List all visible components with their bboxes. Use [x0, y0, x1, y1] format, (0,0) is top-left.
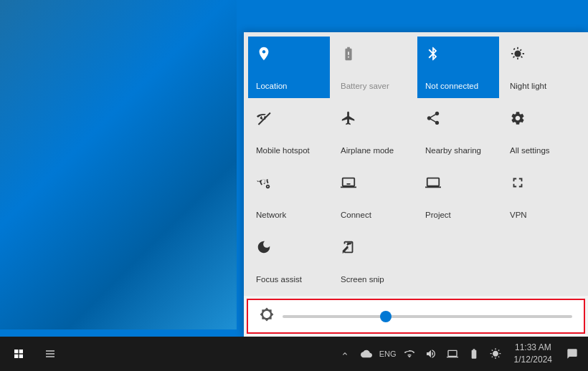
taskview-button[interactable] — [36, 339, 65, 368]
airplane-mode-label: Airplane mode — [341, 146, 394, 156]
tile-battery-saver[interactable]: Battery saver — [333, 37, 414, 98]
tray-volume[interactable] — [421, 339, 441, 368]
brightness-slider-container — [283, 309, 572, 324]
tray-chevron[interactable] — [335, 339, 355, 368]
tray-battery-status[interactable] — [464, 339, 484, 368]
tile-empty-1 — [417, 230, 499, 292]
mobile-hotspot-label: Mobile hotspot — [256, 146, 310, 156]
tray-onedrive[interactable] — [356, 339, 376, 368]
tile-night-light[interactable]: Night light — [502, 37, 584, 98]
tile-focus-assist[interactable]: Focus assist — [248, 230, 330, 292]
svg-rect-1 — [346, 183, 351, 185]
tile-network[interactable]: Network — [248, 165, 330, 227]
not-connected-label: Not connected — [425, 82, 478, 92]
network-label: Network — [256, 211, 286, 221]
brightness-section — [247, 299, 585, 334]
nearby-sharing-label: Nearby sharing — [425, 146, 481, 156]
all-settings-label: All settings — [510, 146, 550, 156]
all-settings-icon — [510, 110, 526, 130]
network-icon — [256, 175, 272, 194]
tile-not-connected[interactable]: Not connected — [417, 37, 499, 98]
clock-date: 1/12/2024 — [514, 354, 552, 366]
focus-assist-label: Focus assist — [256, 275, 302, 285]
brightness-slider[interactable] — [283, 315, 572, 318]
screen-snip-icon — [341, 239, 356, 259]
vpn-icon — [510, 175, 526, 194]
project-label: Project — [425, 211, 451, 221]
battery-saver-label: Battery saver — [341, 82, 389, 92]
tile-airplane-mode[interactable]: Airplane mode — [333, 101, 414, 163]
brightness-icon — [260, 307, 274, 325]
tile-empty-2 — [502, 230, 584, 292]
svg-point-0 — [514, 50, 521, 57]
taskbar: ENG 11:33 AM 1/12/2024 — [0, 337, 588, 371]
airplane-mode-icon — [341, 110, 356, 130]
connect-icon — [341, 175, 356, 194]
tray-display[interactable] — [442, 339, 463, 368]
location-icon — [256, 46, 272, 65]
tile-connect[interactable]: Connect — [333, 165, 414, 227]
night-light-icon — [510, 46, 526, 65]
quick-actions-grid: Location Battery saver Not connected Nig… — [244, 32, 588, 296]
mobile-hotspot-icon — [256, 110, 272, 130]
system-clock[interactable]: 11:33 AM 1/12/2024 — [508, 339, 558, 368]
project-icon — [425, 175, 441, 194]
night-light-label: Night light — [510, 82, 546, 92]
focus-assist-icon — [256, 239, 272, 259]
location-label: Location — [256, 82, 287, 92]
action-center-panel: Location Battery saver Not connected Nig… — [244, 32, 588, 337]
desktop-background — [0, 0, 237, 329]
tile-vpn[interactable]: VPN — [502, 165, 584, 227]
bluetooth-icon — [425, 46, 441, 65]
connect-label: Connect — [341, 211, 371, 221]
tile-mobile-hotspot[interactable]: Mobile hotspot — [248, 101, 330, 163]
battery-saver-icon — [341, 46, 356, 65]
start-button[interactable] — [4, 339, 33, 368]
tile-project[interactable]: Project — [417, 165, 499, 227]
vpn-label: VPN — [510, 211, 527, 221]
tile-location[interactable]: Location — [248, 37, 330, 98]
clock-time: 11:33 AM — [515, 342, 551, 354]
tray-weather[interactable] — [485, 339, 506, 368]
tray-wifi[interactable] — [399, 339, 419, 368]
screen-snip-label: Screen snip — [341, 275, 384, 285]
tile-screen-snip[interactable]: Screen snip — [333, 230, 414, 292]
tile-all-settings[interactable]: All settings — [502, 101, 584, 163]
notification-button[interactable] — [561, 339, 584, 368]
system-tray: ENG — [335, 339, 506, 368]
tile-nearby-sharing[interactable]: Nearby sharing — [417, 101, 499, 163]
nearby-sharing-icon — [425, 110, 441, 130]
tray-language[interactable]: ENG — [378, 339, 398, 368]
